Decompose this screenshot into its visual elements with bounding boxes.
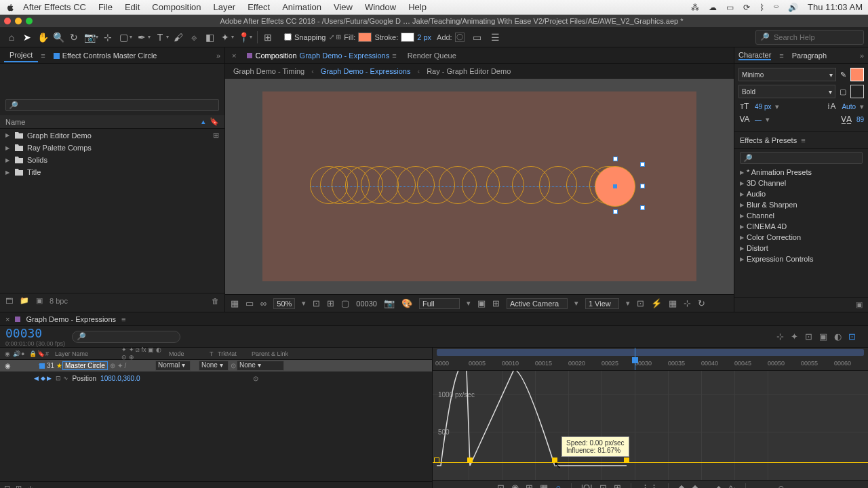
bpc-label[interactable]: 8 bpc [50, 297, 68, 305]
easy-ease-in-icon[interactable]: ⎯◠ [773, 483, 784, 488]
graph-eye-icon[interactable]: ◉ [511, 483, 519, 488]
refresh-icon[interactable]: ↻ [698, 298, 705, 308]
lock-column-icon[interactable]: 🔒 [27, 350, 35, 357]
view-layout-dropdown[interactable]: 1 View [585, 298, 619, 309]
resolution-dropdown[interactable]: Full [419, 298, 460, 309]
hide-shy-icon[interactable]: ⊡ [805, 331, 812, 342]
project-search-input[interactable]: 🔎 [5, 99, 219, 111]
time-ruler[interactable]: 0000 00005 00010 00015 00020 00025 00030… [433, 348, 868, 371]
timeline-comp-name[interactable]: Graph Demo - Expressions [26, 315, 116, 323]
render-queue-tab[interactable]: Render Queue [408, 52, 456, 60]
cloud-icon[interactable]: ☁︎ [709, 3, 717, 12]
fill-label[interactable]: Fill: [344, 33, 355, 41]
graph-zoom-icon[interactable]: |Q| [581, 483, 593, 488]
mode-column[interactable]: Mode [167, 350, 208, 357]
breadcrumb[interactable]: Ray - Graph Editor Demo [427, 67, 511, 75]
paragraph-tab[interactable]: Paragraph [792, 52, 827, 60]
mask-icon[interactable]: ▢ [341, 298, 349, 308]
toggle-modes-icon[interactable]: ⊞ [16, 484, 22, 488]
zoom-tool-icon[interactable]: 🔍 [51, 30, 66, 45]
effects-presets-title[interactable]: Effects & Presets [740, 136, 797, 144]
auto-bezier-icon[interactable]: ∿ [728, 483, 736, 488]
effects-category[interactable]: ▶Color Correction [734, 232, 868, 243]
position-property[interactable]: Position [73, 375, 97, 382]
audio-column-icon[interactable]: 🔊 [11, 350, 19, 357]
solo-column-icon[interactable]: ● [19, 350, 27, 357]
eyedropper-icon[interactable]: ✎ [840, 70, 846, 79]
name-column-header[interactable]: Name [5, 118, 201, 126]
menu-effect[interactable]: Effect [248, 2, 270, 12]
stroke-color-swatch[interactable] [401, 33, 414, 42]
flowchart-icon[interactable]: ⊞ [213, 131, 219, 140]
sliders-icon[interactable]: ☰ [488, 30, 503, 45]
pixel-aspect-icon[interactable]: ⊡ [637, 298, 644, 308]
trkmat-dropdown[interactable]: None ▾ [199, 361, 229, 371]
trash-icon[interactable]: 🗑 [212, 297, 219, 305]
project-tab[interactable]: Project [4, 49, 38, 62]
effects-category[interactable]: ▶* Animation Presets [734, 167, 868, 178]
crop-icon[interactable]: ⊡ [313, 298, 320, 308]
type-tool-icon[interactable]: T [153, 30, 167, 45]
roto-tool-icon[interactable]: ✦ [218, 30, 233, 45]
display-icon[interactable]: ▭ [726, 3, 734, 12]
project-folder-item[interactable]: ▶ Solids [0, 154, 224, 166]
toggle-alpha-icon[interactable]: ▭ [245, 298, 254, 308]
effects-category[interactable]: ▶Audio [734, 188, 868, 199]
breadcrumb[interactable]: Graph Demo - Timing [233, 67, 304, 75]
keyframe-marker[interactable] [624, 458, 629, 463]
close-window-button[interactable] [4, 18, 11, 24]
layer-name[interactable]: Master Circle [62, 361, 108, 370]
easy-ease-out-icon[interactable]: ◡⎯ [791, 483, 804, 488]
graph-fit-all-icon[interactable]: ⊞ [614, 483, 621, 488]
property-row[interactable]: ◀ ◆ ▶ ⊡ ∿ Position 1080.0,360.0 ⊙ [0, 372, 432, 384]
effects-category[interactable]: ▶Channel [734, 210, 868, 221]
menu-window[interactable]: Window [365, 2, 396, 12]
roi-icon[interactable]: ▣ [477, 298, 486, 308]
eye-column-icon[interactable]: ◉ [3, 350, 11, 357]
sync-icon[interactable]: ⟳ [743, 3, 750, 12]
menu-help[interactable]: Help [408, 2, 427, 12]
project-folder-item[interactable]: ▶ Graph Editor Demo ⊞ [0, 129, 224, 142]
edit-keyframe-icon[interactable]: ◆ [678, 483, 685, 488]
comp-mini-flowchart-icon[interactable]: ⊹ [776, 331, 784, 342]
blend-mode-dropdown[interactable]: Normal ▾ [155, 361, 191, 371]
workspace-icon[interactable]: ▭ [470, 30, 485, 45]
eraser-tool-icon[interactable]: ◧ [202, 30, 217, 45]
text-color-swatch[interactable] [850, 68, 864, 81]
stroke-icon[interactable]: ▢ [840, 87, 846, 96]
pen-tool-icon[interactable]: ✒ [134, 30, 149, 45]
flowchart-icon[interactable]: ⊹ [684, 298, 691, 308]
keyframe-marker[interactable] [467, 458, 473, 463]
bluetooth-icon[interactable]: ᛒ [760, 3, 764, 12]
minimize-window-button[interactable] [15, 18, 22, 24]
master-circle-layer[interactable] [595, 166, 635, 207]
menu-layer[interactable]: Layer [214, 2, 236, 12]
pan-behind-tool-icon[interactable]: ⊹ [100, 30, 115, 45]
transparency-grid-icon[interactable]: ⊞ [492, 298, 500, 308]
volume-icon[interactable]: 🔊 [788, 3, 798, 12]
search-help-input[interactable]: 🔎 [755, 30, 864, 45]
menu-file[interactable]: File [98, 2, 113, 12]
composition-tab[interactable]: Composition Graph Demo - Expressions ≡ [247, 52, 396, 60]
current-time-display[interactable]: 00030 [5, 326, 54, 340]
new-comp-icon[interactable]: ▣ [36, 296, 43, 305]
kerning-value[interactable]: — [755, 116, 762, 123]
project-folder-item[interactable]: ▶ Ray Palette Comps [0, 142, 224, 154]
interpret-footage-icon[interactable]: 🗔 [5, 297, 13, 305]
rectangle-tool-icon[interactable]: ▢ [116, 30, 131, 45]
snapping-checkbox[interactable]: Snapping ⤢ ⊞ [284, 33, 341, 41]
grid-icon[interactable]: ⊞ [327, 298, 334, 308]
font-weight-dropdown[interactable]: Bold▾ [738, 85, 835, 98]
effects-category[interactable]: ▶3D Channel [734, 178, 868, 188]
tracking-value[interactable]: 89 [856, 116, 864, 123]
parent-dropdown[interactable]: None ▾ [237, 361, 284, 371]
camera-dropdown[interactable]: Active Camera [507, 298, 568, 309]
separate-dims-icon[interactable]: ⋮⋮ [641, 483, 658, 488]
font-size-value[interactable]: 49 px [755, 103, 771, 110]
graph-editor-icon[interactable]: ⊡ [848, 331, 856, 342]
menu-composition[interactable]: Composition [152, 2, 201, 12]
leading-value[interactable]: Auto [842, 103, 856, 110]
snapshot-icon[interactable]: 📷 [384, 298, 395, 308]
stroke-label[interactable]: Stroke: [374, 33, 398, 41]
selection-tool-icon[interactable]: ➤ [20, 30, 35, 45]
